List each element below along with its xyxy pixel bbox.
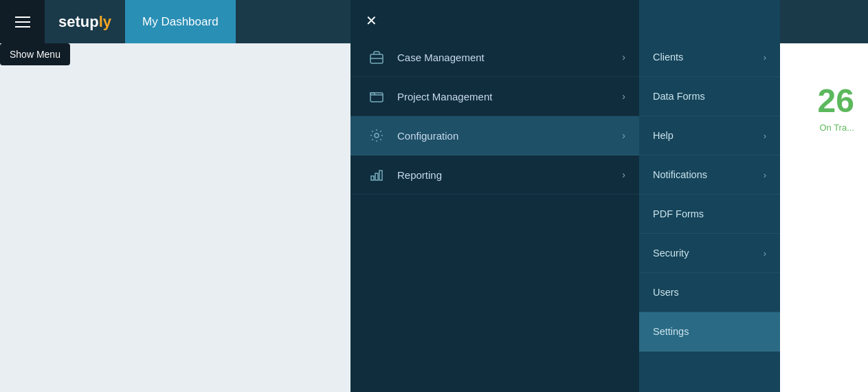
case-management-label: Case Management (397, 52, 622, 63)
submenu-item-settings[interactable]: Settings (639, 312, 780, 351)
nav-dropdown: ✕ Case Management › Project Management › (350, 0, 639, 392)
on-track-number: 26 (818, 85, 854, 118)
chevron-right-icon: › (622, 130, 625, 141)
chevron-right-icon: › (764, 248, 766, 259)
submenu-item-security[interactable]: Security › (639, 234, 780, 273)
data-forms-label: Data Forms (653, 91, 705, 102)
svg-rect-2 (370, 93, 383, 102)
logo: setuply (45, 13, 125, 31)
nav-close-area: ✕ (350, 0, 639, 38)
reporting-label: Reporting (397, 169, 622, 181)
users-label: Users (653, 287, 679, 298)
chevron-right-icon: › (622, 91, 625, 102)
chevron-right-icon: › (622, 169, 625, 180)
submenu-item-clients[interactable]: Clients › (639, 38, 780, 77)
gear-icon (364, 128, 389, 143)
submenu-item-pdf-forms[interactable]: PDF Forms (639, 195, 780, 234)
logo-ly-text: ly (99, 13, 111, 30)
security-label: Security (653, 248, 689, 259)
svg-point-3 (375, 133, 379, 138)
project-management-label: Project Management (397, 91, 622, 102)
svg-rect-5 (375, 173, 378, 180)
hamburger-button[interactable] (0, 0, 45, 43)
chevron-right-icon: › (764, 170, 766, 180)
submenu-item-notifications[interactable]: Notifications › (639, 155, 780, 195)
svg-rect-4 (371, 176, 374, 180)
configuration-label: Configuration (397, 130, 622, 142)
briefcase-icon (364, 50, 389, 65)
nav-item-reporting[interactable]: Reporting › (350, 155, 639, 195)
close-button[interactable]: ✕ (361, 10, 381, 31)
dashboard-title: My Dashboard (125, 0, 236, 43)
svg-rect-6 (379, 171, 382, 180)
settings-label: Settings (653, 326, 689, 337)
nav-item-configuration[interactable]: Configuration › (350, 116, 639, 155)
pdf-forms-label: PDF Forms (653, 208, 704, 219)
chevron-right-icon: › (764, 131, 766, 141)
nav-item-project-management[interactable]: Project Management › (350, 77, 639, 116)
chart-icon (364, 167, 389, 182)
submenu-item-users[interactable]: Users (639, 273, 780, 312)
hamburger-icon (15, 17, 30, 28)
help-label: Help (653, 130, 674, 141)
submenu-item-help[interactable]: Help › (639, 116, 780, 155)
configuration-submenu: Clients › Data Forms Help › Notification… (639, 0, 780, 392)
nav-item-case-management[interactable]: Case Management › (350, 38, 639, 77)
chevron-right-icon: › (764, 52, 766, 63)
on-track-label: On Tra... (819, 122, 854, 133)
notifications-label: Notifications (653, 169, 707, 180)
folder-icon (364, 89, 389, 104)
chevron-right-icon: › (622, 52, 625, 63)
submenu-spacer (639, 0, 780, 38)
show-menu-tooltip: Show Menu (0, 43, 70, 65)
logo-setup-text: setup (58, 13, 99, 30)
submenu-item-data-forms[interactable]: Data Forms (639, 77, 780, 116)
clients-label: Clients (653, 52, 683, 63)
